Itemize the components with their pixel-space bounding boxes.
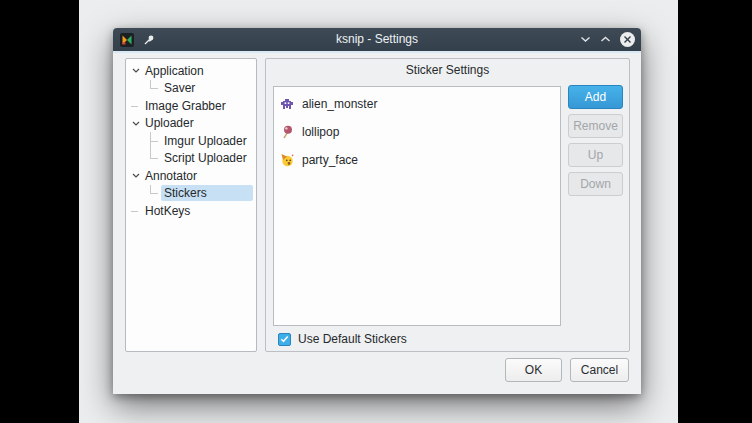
sticker-list-item[interactable]: party_face <box>274 146 560 174</box>
checkbox-label: Use Default Stickers <box>298 332 407 346</box>
sidebar-item-label: Stickers <box>161 185 253 201</box>
expander-chevron-icon[interactable] <box>130 115 142 133</box>
ok-button[interactable]: OK <box>505 358 562 382</box>
sidebar-item-annotator[interactable]: Annotator <box>127 167 255 185</box>
sticker-list-item[interactable]: lollipop <box>274 118 560 146</box>
sidebar-item-script-uploader[interactable]: Script Uploader <box>127 150 255 168</box>
tree-branch-line <box>130 97 142 115</box>
titlebar-right-icons <box>580 28 635 51</box>
sidebar-item-label: Script Uploader <box>161 150 253 166</box>
sidebar-item-imgur-uploader[interactable]: Imgur Uploader <box>127 132 255 150</box>
alien-monster-sticker-icon <box>280 97 294 111</box>
sidebar-item-hotkeys[interactable]: HotKeys <box>127 202 255 220</box>
sidebar-item-image-grabber[interactable]: Image Grabber <box>127 97 255 115</box>
sticker-list-item[interactable]: alien_monster <box>274 90 560 118</box>
party-face-sticker-icon <box>280 153 294 167</box>
sidebar-item-stickers[interactable]: Stickers <box>127 185 255 203</box>
sticker-name: alien_monster <box>302 97 377 111</box>
sidebar-item-label: Image Grabber <box>142 98 253 114</box>
chevron-up-icon[interactable] <box>600 36 611 43</box>
down-button[interactable]: Down <box>568 172 623 196</box>
sidebar-item-application[interactable]: Application <box>127 62 255 80</box>
sticker-name: party_face <box>302 153 358 167</box>
tree-branch-line <box>130 202 142 220</box>
window-title: ksnip - Settings <box>113 28 641 51</box>
use-default-stickers-row[interactable]: Use Default Stickers <box>278 332 407 346</box>
titlebar-accent-line <box>113 51 641 53</box>
expander-chevron-icon[interactable] <box>130 62 142 80</box>
sidebar-item-uploader[interactable]: Uploader <box>127 115 255 133</box>
titlebar[interactable]: ksnip - Settings <box>113 28 641 51</box>
tree-branch-line <box>149 80 161 98</box>
sticker-action-buttons: Add Remove Up Down <box>568 85 623 196</box>
sticker-settings-group: Sticker Settings <box>265 58 630 352</box>
expander-chevron-icon[interactable] <box>130 167 142 185</box>
lollipop-sticker-icon <box>280 125 294 139</box>
settings-window: ksnip - Settings <box>113 28 641 394</box>
sidebar-item-label: Uploader <box>142 115 253 131</box>
sidebar-item-label: Imgur Uploader <box>161 133 253 149</box>
use-default-stickers-checkbox[interactable] <box>278 333 291 346</box>
sidebar-item-label: Annotator <box>142 168 253 184</box>
settings-tree: Application Saver Image Grabber Uploader <box>127 62 255 220</box>
sidebar-item-saver[interactable]: Saver <box>127 80 255 98</box>
sidebar-item-label: Application <box>142 63 253 79</box>
tree-branch-line <box>149 132 161 150</box>
group-title: Sticker Settings <box>266 63 629 77</box>
chevron-down-icon[interactable] <box>580 36 591 43</box>
close-icon[interactable] <box>620 32 635 47</box>
sticker-list: alien_monster lollipop <box>273 86 561 326</box>
up-button[interactable]: Up <box>568 143 623 167</box>
remove-button[interactable]: Remove <box>568 114 623 138</box>
tree-branch-line <box>149 150 161 168</box>
cancel-button[interactable]: Cancel <box>570 358 629 382</box>
tree-branch-line <box>149 185 161 203</box>
add-button[interactable]: Add <box>568 85 623 109</box>
sticker-name: lollipop <box>302 125 339 139</box>
sidebar-item-label: Saver <box>161 80 253 96</box>
sidebar-item-label: HotKeys <box>142 203 253 219</box>
screenshot-canvas: ksnip - Settings <box>0 0 752 423</box>
settings-tree-panel: Application Saver Image Grabber Uploader <box>125 58 257 352</box>
